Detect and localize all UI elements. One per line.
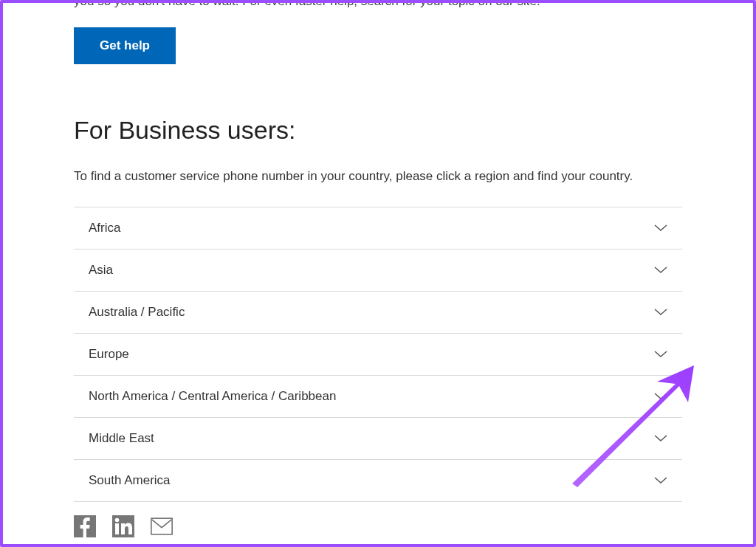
screenshot-frame bbox=[0, 0, 756, 547]
